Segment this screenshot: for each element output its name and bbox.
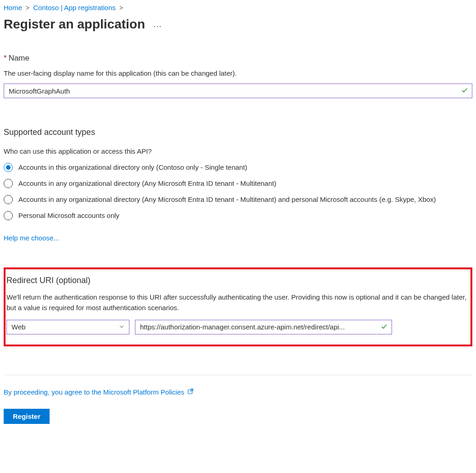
radio-label: Personal Microsoft accounts only bbox=[18, 211, 119, 220]
platform-select[interactable]: Web bbox=[6, 320, 129, 334]
redirect-uri-description: We'll return the authentication response… bbox=[6, 292, 470, 313]
account-types-subquestion: Who can use this application or access t… bbox=[4, 147, 472, 155]
radio-label: Accounts in any organizational directory… bbox=[18, 195, 436, 204]
policy-link[interactable]: Microsoft Platform Policies bbox=[103, 388, 185, 396]
divider bbox=[4, 375, 472, 375]
radio-multitenant-personal[interactable]: Accounts in any organizational directory… bbox=[4, 195, 472, 204]
page-title: Register an application bbox=[4, 17, 145, 32]
radio-label: Accounts in this organizational director… bbox=[18, 162, 247, 172]
policy-notice: By proceeding, you agree to the Microsof… bbox=[4, 388, 472, 396]
name-label: *Name bbox=[4, 54, 472, 63]
breadcrumb-home[interactable]: Home bbox=[4, 4, 22, 11]
radio-icon bbox=[4, 163, 13, 172]
radio-icon bbox=[4, 179, 13, 188]
breadcrumb-contoso-app-registrations[interactable]: Contoso | App registrations bbox=[33, 4, 116, 11]
policy-prefix: By proceeding, you agree to the bbox=[4, 388, 103, 396]
radio-icon bbox=[4, 195, 13, 204]
platform-select-value: Web bbox=[11, 323, 26, 331]
radio-single-tenant[interactable]: Accounts in this organizational director… bbox=[4, 162, 472, 172]
radio-icon bbox=[4, 211, 13, 220]
register-button[interactable]: Register bbox=[4, 409, 50, 424]
page-header: Register an application ⋯ bbox=[4, 17, 472, 32]
radio-personal-only[interactable]: Personal Microsoft accounts only bbox=[4, 211, 472, 220]
redirect-uri-heading: Redirect URI (optional) bbox=[6, 276, 470, 285]
redirect-uri-section: Redirect URI (optional) We'll return the… bbox=[4, 267, 472, 346]
radio-label: Accounts in any organizational directory… bbox=[18, 178, 276, 188]
chevron-down-icon bbox=[119, 323, 124, 331]
breadcrumb: Home > Contoso | App registrations > bbox=[4, 4, 472, 11]
required-indicator: * bbox=[4, 54, 7, 62]
name-section: *Name The user-facing display name for t… bbox=[4, 54, 472, 98]
policy-text[interactable]: By proceeding, you agree to the Microsof… bbox=[4, 388, 185, 396]
redirect-uri-input[interactable] bbox=[135, 320, 392, 334]
chevron-right-icon: > bbox=[26, 4, 29, 11]
app-name-input[interactable] bbox=[4, 83, 472, 98]
external-link-icon[interactable] bbox=[187, 388, 194, 396]
account-types-section: Supported account types Who can use this… bbox=[4, 128, 472, 242]
chevron-right-icon: > bbox=[119, 4, 123, 11]
name-label-text: Name bbox=[9, 54, 29, 62]
more-actions-icon[interactable]: ⋯ bbox=[153, 22, 162, 30]
account-types-heading: Supported account types bbox=[4, 128, 472, 137]
account-types-radio-group: Accounts in this organizational director… bbox=[4, 162, 472, 220]
name-description: The user-facing display name for this ap… bbox=[4, 69, 472, 77]
radio-multitenant[interactable]: Accounts in any organizational directory… bbox=[4, 178, 472, 188]
help-me-choose-link[interactable]: Help me choose... bbox=[4, 234, 59, 242]
svg-line-1 bbox=[190, 389, 193, 391]
